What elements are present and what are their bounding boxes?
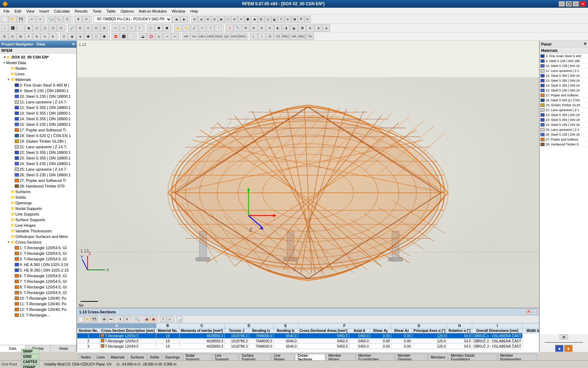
tb2-d[interactable]: ▣ [25, 25, 33, 32]
tree-root[interactable]: ▼📁DOX 02_00 CSN EN* [0, 54, 76, 60]
tb2-ee[interactable]: ⊛ [258, 25, 266, 32]
tb2-s[interactable]: ⬢ [155, 25, 163, 32]
tree-item-mat-15[interactable]: 15: Steel S 235 | DIN 18800:1 [0, 122, 76, 127]
zoom-in-button[interactable]: 🔍+ [47, 16, 55, 23]
tb3-j[interactable]: ◈ [76, 33, 84, 40]
tree-item-nodes[interactable]: 📁Nodes [0, 66, 76, 71]
materials-list[interactable]: 3: Fine Grain Steel S 4604: Steel S 235 … [540, 54, 588, 334]
tb-btn-k[interactable]: ⊠ [258, 16, 264, 23]
rotate-button[interactable]: ⟳ [83, 16, 90, 23]
tb-btn-p[interactable]: ⬔ [291, 16, 298, 23]
tb3-gg[interactable]: TS [274, 33, 282, 40]
bottom-tab-nodes[interactable]: Nodes [78, 354, 93, 360]
tree-item-cs-1[interactable]: 1: T-Rectangle 120/54.5; Gl [0, 245, 76, 251]
bottom-tab-openings[interactable]: Openings [162, 354, 182, 360]
rp-btn-b[interactable]: ■ [564, 345, 573, 352]
status-btn-osnap[interactable]: OSNAP [21, 364, 39, 368]
tb2-mm[interactable]: ◈ [322, 25, 330, 32]
tb3-i[interactable]: ◉ [68, 33, 76, 40]
rp-btn-a[interactable]: ■ [555, 345, 564, 352]
tb-btn-i[interactable]: ⬢ [245, 16, 251, 23]
minimize-button[interactable]: ─ [559, 1, 565, 7]
tree-item-mat-12[interactable]: 12: Steel S 355 | DIN 18800:1 [0, 105, 76, 110]
tree-item-cs-2[interactable]: 2: T-Rectangle 120/54.5; Gl [0, 251, 76, 256]
cs-down-btn[interactable]: ⬇ [124, 316, 130, 322]
tb3-r[interactable]: ⭕ [147, 33, 155, 40]
tb3-b[interactable]: ⊟ [9, 33, 16, 40]
tb-btn-e[interactable]: ◉ [218, 16, 224, 23]
cs-table-container[interactable]: A B C D E F G H I J K M Section No. Cros… [77, 323, 539, 353]
tree-item-cs-10[interactable]: 10: T-Rectangle 120/40; Po [0, 295, 76, 301]
bottom-tab-member-elastic-foundations[interactable]: Member Elastic Foundations [448, 354, 497, 360]
tree-item-cs-11[interactable]: 11: T-Rectangle 120/40; Po [0, 301, 76, 307]
material-item-18[interactable]: 18: Steel S 620 Q | ČSN [540, 98, 588, 103]
tb2-b[interactable]: ⬛ [9, 25, 16, 32]
tb3-aa[interactable]: QD [223, 33, 230, 40]
material-item-22[interactable]: 22: Steel S 355 | DIN 18 [540, 113, 588, 117]
tb-btn-a[interactable]: ⊕ [191, 16, 198, 23]
tb3-w[interactable]: HA [190, 33, 198, 40]
cs-import-btn[interactable]: 📥 [150, 316, 156, 322]
next-button[interactable]: ▶ [180, 16, 188, 23]
tb2-jj[interactable]: ⬔ [298, 25, 306, 32]
material-item-28[interactable]: 28: Hardwood Timber D [540, 142, 588, 147]
rp-btn-grid[interactable]: ⊞ [560, 334, 568, 340]
cs-add-btn[interactable]: ➕ [101, 316, 107, 322]
pan-button[interactable]: ✥ [75, 16, 82, 23]
tree-item-mat-10[interactable]: 10: Steel S 235 | DIN 18800:1 [0, 94, 76, 99]
material-item-23[interactable]: 23: Steel S 355 | DIN 18 [540, 117, 588, 122]
bottom-tab-member-nonlinearities[interactable]: Member Nonlinearities [498, 354, 537, 360]
tree-item-mat-17[interactable]: 17: Poplar and Softwood Ti [0, 127, 76, 133]
tree-item-mat-24[interactable]: 24: Steel S 235 | DIN 18800:1 [0, 161, 76, 166]
tb2-u[interactable]: 📐 [174, 25, 182, 32]
tree-item-mat-22[interactable]: 22: Steel S 355 | DIN 18800:1 [0, 150, 76, 155]
tb3-ii[interactable]: GR [290, 33, 298, 40]
tb3-c[interactable]: ⊠ [17, 33, 24, 40]
tb2-aa[interactable]: ⚠ [226, 25, 233, 32]
bottom-tab-line-hinges[interactable]: Line Hinges [271, 354, 294, 360]
material-item-15[interactable]: 15: Steel S 235 | DIN 18 [540, 88, 588, 93]
tree-item-cs-5[interactable]: 5: HE B 260 | DIN 1025-2:19 [0, 267, 76, 273]
tree-item-cs-9[interactable]: 9: T-Rectangle 120/54.5; Gl [0, 290, 76, 295]
tb2-c[interactable]: ⬜ [17, 25, 24, 32]
tree-item-mat-28[interactable]: 28: Hardwood Timber D70 [0, 183, 76, 189]
bottom-tab-surface-supports[interactable]: Surface Supports [239, 354, 271, 360]
tb3-h[interactable]: ⊡ [60, 33, 68, 40]
maximize-button[interactable]: □ [573, 1, 579, 7]
tb-btn-q[interactable]: ⧗ [298, 16, 304, 23]
tb2-r[interactable]: ⬡ [147, 25, 155, 32]
viewport-container[interactable]: Z 1.13 X Y Z 5m 1.13 [77, 41, 539, 352]
tb2-bb[interactable]: 🔧 [234, 25, 241, 32]
cs-up-btn[interactable]: ⬆ [117, 316, 124, 322]
bottom-tab-member-hinges[interactable]: Member Hinges [326, 354, 355, 360]
cs-save-btn[interactable]: 💾 [91, 316, 97, 322]
tb-btn-g[interactable]: ⊗ [231, 16, 238, 23]
bottom-tab-materials[interactable]: Materials [108, 354, 127, 360]
tb3-q[interactable]: ⬓ [139, 33, 147, 40]
tb3-o[interactable]: ⬛ [120, 33, 127, 40]
bottom-tab-cross-sections[interactable]: Cross-Sections [295, 354, 325, 360]
tb-btn-c[interactable]: ⊞ [205, 16, 211, 23]
tb3-n[interactable]: ⛔ [112, 33, 119, 40]
material-item-21[interactable]: 21: Lano upravene | Z-1 [540, 108, 588, 113]
tb2-m[interactable]: ⊞ [100, 25, 108, 32]
material-item-3[interactable]: 3: Fine Grain Steel S 460 [540, 54, 588, 59]
tb2-n[interactable]: ⇦ [112, 25, 119, 32]
tb-btn-j[interactable]: ◆ [251, 16, 258, 23]
tb-btn-b[interactable]: ◈ [198, 16, 204, 23]
tb2-ii[interactable]: ⬕ [290, 25, 298, 32]
tb3-g[interactable]: ⊗ [49, 33, 57, 40]
tb-btn-f[interactable]: ⬡ [225, 16, 231, 23]
tb2-e[interactable]: ◱ [33, 25, 41, 32]
tb3-t[interactable]: ⊸ [163, 33, 171, 40]
tb2-i[interactable]: 🔎 [68, 25, 76, 32]
tb3-ee[interactable]: I [258, 33, 266, 40]
undo-button[interactable]: ↩ [28, 16, 36, 23]
tb3-x[interactable]: HEA [198, 33, 206, 40]
menu-item-table[interactable]: Table [104, 8, 118, 14]
tree-item-solids[interactable]: 📁Solids [0, 195, 76, 200]
cs-f-btn[interactable]: f [160, 316, 166, 322]
bottom-tab-solids[interactable]: Solids [147, 354, 162, 360]
menu-item-window[interactable]: Window [169, 8, 187, 14]
status-btn-grid[interactable]: GRID [21, 354, 39, 359]
